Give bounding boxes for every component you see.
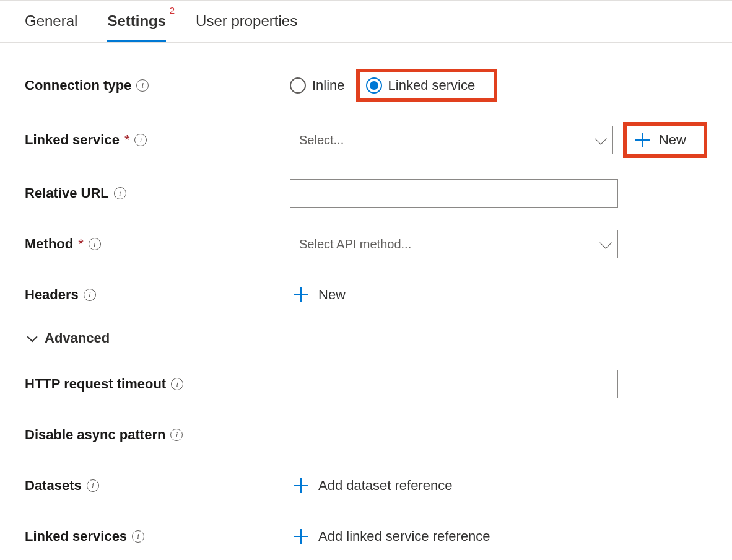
tab-general[interactable]: General: [25, 1, 77, 42]
disable-async-checkbox[interactable]: [290, 426, 308, 444]
add-linked-service-label: Add linked service reference: [318, 528, 490, 545]
method-select-placeholder: Select API method...: [299, 237, 411, 252]
linked-service-label: Linked service: [25, 132, 120, 148]
relative-url-input[interactable]: [290, 179, 618, 208]
headers-new-label: New: [318, 287, 346, 303]
required-marker: *: [124, 132, 130, 148]
info-icon[interactable]: i: [114, 187, 126, 199]
radio-linked-service[interactable]: Linked service: [366, 77, 476, 94]
info-icon[interactable]: i: [89, 238, 101, 250]
info-icon[interactable]: i: [136, 79, 149, 92]
http-timeout-label: HTTP request timeout: [25, 376, 166, 392]
plus-icon: [294, 478, 308, 493]
linked-services-label: Linked services: [25, 528, 127, 545]
info-icon[interactable]: i: [87, 479, 99, 492]
info-icon[interactable]: i: [84, 289, 96, 301]
relative-url-label: Relative URL: [25, 185, 109, 201]
tab-user-properties[interactable]: User properties: [196, 1, 297, 42]
chevron-down-icon: [595, 133, 607, 145]
advanced-toggle[interactable]: Advanced: [25, 330, 707, 346]
tab-settings-badge: 2: [170, 5, 175, 15]
add-dataset-button[interactable]: Add dataset reference: [290, 478, 452, 494]
settings-form: Connection type i Inline Linked service: [0, 43, 732, 552]
radio-circle-icon: [290, 77, 306, 94]
method-select[interactable]: Select API method...: [290, 230, 618, 258]
connection-type-radio-group: Inline Linked service: [290, 69, 497, 102]
info-icon[interactable]: i: [134, 134, 147, 146]
chevron-down-icon: [27, 331, 38, 342]
radio-inline-label: Inline: [312, 77, 345, 94]
plus-icon: [294, 529, 308, 544]
linked-service-select-placeholder: Select...: [299, 133, 344, 147]
linked-service-select[interactable]: Select...: [290, 126, 613, 154]
new-button-label: New: [659, 132, 686, 148]
plus-icon: [294, 287, 308, 302]
info-icon[interactable]: i: [170, 429, 183, 441]
connection-type-label: Connection type: [25, 77, 131, 94]
method-label: Method: [25, 236, 73, 252]
disable-async-label: Disable async pattern: [25, 427, 165, 443]
add-dataset-label: Add dataset reference: [318, 478, 452, 494]
highlight-new-button: New: [623, 122, 707, 158]
plus-icon: [635, 133, 650, 147]
radio-inline[interactable]: Inline: [290, 77, 345, 94]
highlight-linked-service: Linked service: [356, 69, 498, 102]
info-icon[interactable]: i: [171, 378, 183, 390]
http-timeout-input[interactable]: [290, 370, 618, 398]
headers-new-button[interactable]: New: [290, 287, 346, 303]
radio-linked-service-label: Linked service: [388, 77, 476, 94]
chevron-down-icon: [599, 237, 612, 249]
tab-settings-label: Settings: [107, 12, 166, 29]
datasets-label: Datasets: [25, 478, 82, 494]
required-marker: *: [78, 236, 84, 252]
add-linked-service-button[interactable]: Add linked service reference: [290, 528, 490, 545]
new-linked-service-button[interactable]: New: [629, 128, 696, 152]
radio-circle-icon: [366, 77, 382, 94]
tab-settings[interactable]: Settings 2: [107, 1, 166, 42]
advanced-label: Advanced: [45, 330, 110, 346]
headers-label: Headers: [25, 287, 79, 303]
tabs-bar: General Settings 2 User properties: [0, 1, 732, 43]
info-icon[interactable]: i: [132, 530, 144, 543]
